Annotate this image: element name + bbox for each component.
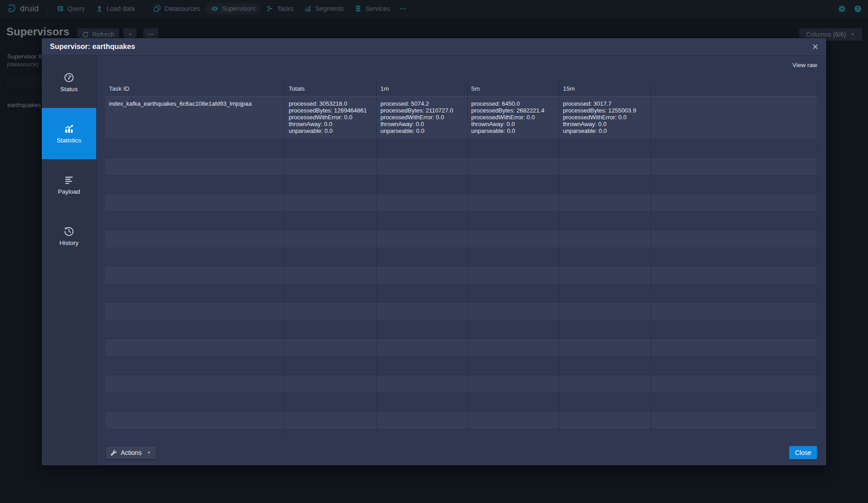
empty-row [105, 248, 817, 266]
column-header-1m[interactable]: 1m [377, 81, 468, 96]
close-icon [812, 43, 819, 50]
actions-button[interactable]: Actions [105, 446, 157, 459]
tab-history[interactable]: History [42, 210, 96, 262]
empty-row [105, 393, 817, 411]
empty-row [105, 139, 817, 157]
empty-row [105, 321, 817, 339]
15m-cell: processed: 3017.7 processedBytes: 125500… [559, 97, 651, 139]
task-id-cell[interactable]: index_kafka_earthquakes_6c6ac108e1afd93_… [105, 97, 285, 139]
dialog-footer: Actions Close [105, 446, 817, 459]
wrench-icon [110, 449, 117, 456]
status-gauge-icon [64, 73, 74, 83]
payload-align-left-icon [64, 175, 74, 185]
totals-cell: processed: 3053218.0 processedBytes: 126… [285, 97, 377, 139]
column-header-5m[interactable]: 5m [468, 81, 559, 96]
supervisor-dialog: Supervisor: earthquakes Status Statistic… [42, 38, 826, 465]
dialog-header: Supervisor: earthquakes [42, 38, 826, 56]
column-header-task-id[interactable]: Task ID [105, 81, 285, 96]
history-clock-icon [64, 226, 74, 236]
chevron-down-icon [146, 450, 152, 455]
dialog-close-footer-button[interactable]: Close [789, 446, 817, 459]
dialog-side-tabs: Status Statistics Payload History [42, 56, 97, 465]
5m-cell: processed: 6450.0 processedBytes: 268222… [468, 97, 559, 139]
tab-payload[interactable]: Payload [42, 159, 96, 210]
empty-row [105, 194, 817, 212]
partial-row [105, 430, 817, 435]
column-header-filler [651, 81, 817, 96]
empty-row [105, 157, 817, 176]
empty-row [105, 411, 817, 430]
empty-row [105, 176, 817, 194]
tab-statistics[interactable]: Statistics [42, 108, 96, 159]
column-header-totals[interactable]: Totals [285, 81, 377, 96]
tab-status[interactable]: Status [42, 57, 96, 108]
empty-row [105, 339, 817, 357]
empty-row [105, 212, 817, 230]
empty-row [105, 357, 817, 375]
dialog-close-button[interactable] [809, 40, 822, 53]
table-row: index_kafka_earthquakes_6c6ac108e1afd93_… [105, 97, 817, 139]
empty-row [105, 284, 817, 303]
empty-row [105, 303, 817, 321]
1m-cell: processed: 5074.2 processedBytes: 211072… [377, 97, 468, 139]
statistics-chart-icon [64, 124, 74, 134]
empty-row [105, 375, 817, 393]
table-header-row: Task ID Totals 1m 5m 15m [105, 81, 817, 97]
statistics-table: Task ID Totals 1m 5m 15m index_kafka_ear… [105, 81, 817, 435]
column-header-15m[interactable]: 15m [559, 81, 651, 96]
dialog-title: Supervisor: earthquakes [50, 43, 135, 51]
empty-row [105, 230, 817, 248]
empty-row [105, 266, 817, 284]
view-raw-link[interactable]: View raw [792, 62, 817, 68]
